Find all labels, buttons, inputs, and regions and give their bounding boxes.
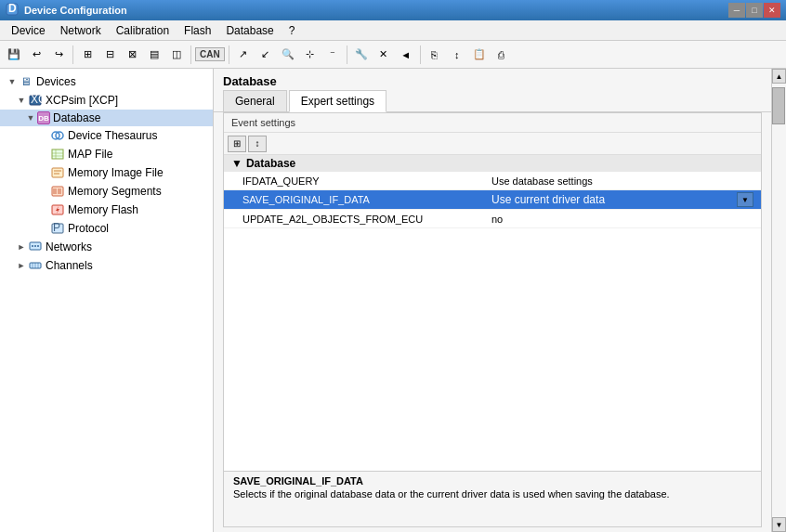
row3-value: no	[484, 212, 761, 227]
left-panel: ▼ 🖥 Devices ▼ XCP XCPsim [XCP] ▼ DB Data…	[0, 69, 214, 532]
tree-item-memory-segments[interactable]: Memory Segments	[0, 182, 213, 201]
svg-text:P: P	[53, 222, 60, 234]
menu-bar: Device Network Calibration Flash Databas…	[0, 20, 786, 41]
tab-general[interactable]: General	[223, 90, 287, 111]
toolbar-export-btn[interactable]: ⎙	[491, 45, 512, 65]
toolbar-btn1[interactable]: ⊞	[77, 45, 98, 65]
tree-item-networks[interactable]: ► Networks	[0, 238, 213, 256]
can-badge: CAN	[195, 47, 225, 61]
menu-calibration[interactable]: Calibration	[109, 22, 177, 39]
minimize-button[interactable]: ─	[728, 3, 745, 18]
menu-help[interactable]: ?	[282, 22, 303, 39]
menu-database[interactable]: Database	[218, 22, 281, 39]
menu-flash[interactable]: Flash	[177, 22, 218, 39]
toolbar-sort-btn[interactable]: ↕	[447, 45, 467, 65]
toolbar-search-btn[interactable]: 🔍	[278, 45, 298, 65]
tree-arrow-xcpsim: ▼	[17, 96, 26, 105]
toolbar-arrow2-btn[interactable]: ↙	[255, 45, 276, 65]
bottom-info: SAVE_ORIGINAL_IF_DATA Selects if the ori…	[224, 471, 761, 526]
toolbar-save-btn[interactable]: 💾	[4, 45, 24, 65]
table-row[interactable]: UPDATE_A2L_OBJECTS_FROM_ECU no	[224, 210, 761, 228]
tree-item-map-file[interactable]: MAP File	[0, 145, 213, 163]
toolbar-left-btn[interactable]: ◄	[396, 45, 416, 65]
toolbar: 💾 ↩ ↪ ⊞ ⊟ ⊠ ▤ ◫ CAN ↗ ↙ 🔍 ⊹ ⁻ 🔧 ✕ ◄ ⎘ ↕ …	[0, 41, 786, 69]
toolbar-copy-btn[interactable]: ⎘	[425, 45, 445, 65]
right-scrollbar: ▲ ▼	[771, 69, 786, 532]
toolbar-redo-btn[interactable]: ↪	[48, 45, 69, 65]
data-table: ▼ Database IFDATA_QUERY Use database set…	[224, 155, 761, 471]
tab-toolbar-sort-btn[interactable]: ↕	[248, 136, 267, 152]
svg-rect-14	[53, 188, 57, 194]
xcpsim-icon: XCP	[28, 93, 43, 108]
row2-value: Use current driver data ▼	[484, 190, 761, 209]
toolbar-btn3[interactable]: ⊠	[122, 45, 142, 65]
tree-arrow-database: ▼	[26, 113, 35, 123]
toolbar-btn2[interactable]: ⊟	[99, 45, 120, 65]
svg-text:XCP: XCP	[31, 94, 42, 106]
thesaurus-icon	[50, 128, 65, 143]
title-bar-buttons[interactable]: ─ □ ✕	[728, 3, 780, 18]
separator-1	[72, 45, 73, 64]
tab-toolbar-expand-btn[interactable]: ⊞	[228, 136, 246, 152]
app-icon: D	[6, 3, 20, 18]
tab-toolbar: ⊞ ↕	[224, 133, 761, 155]
tree-item-memory-image[interactable]: Memory Image File	[0, 163, 213, 182]
tree-arrow-networks: ►	[17, 242, 26, 252]
protocol-icon: P	[50, 221, 65, 236]
bottom-info-title: SAVE_ORIGINAL_IF_DATA	[233, 475, 752, 487]
toolbar-wrench-btn[interactable]: 🔧	[351, 45, 372, 65]
title-bar-text: Device Configuration	[24, 5, 728, 16]
maximize-button[interactable]: □	[746, 3, 763, 18]
tree-item-protocol[interactable]: P Protocol	[0, 219, 213, 238]
menu-network[interactable]: Network	[53, 22, 109, 39]
separator-5	[420, 45, 421, 64]
table-row[interactable]: IFDATA_QUERY Use database settings	[224, 172, 761, 190]
tree-item-channels[interactable]: ► Channels	[0, 256, 213, 275]
svg-point-21	[32, 245, 33, 247]
toolbar-line-btn[interactable]: ⁻	[322, 45, 343, 65]
svg-text:D: D	[8, 3, 17, 15]
bottom-info-text: Selects if the original database data or…	[233, 488, 752, 500]
svg-rect-6	[52, 149, 63, 159]
tab-expert-settings[interactable]: Expert settings	[289, 90, 386, 112]
table-row-selected[interactable]: SAVE_ORIGINAL_IF_DATA Use current driver…	[224, 190, 761, 210]
separator-3	[229, 45, 229, 64]
networks-label: Networks	[46, 240, 92, 253]
svg-point-23	[37, 245, 39, 247]
section-label: Database	[246, 157, 295, 170]
row2-dropdown-btn[interactable]: ▼	[737, 192, 753, 207]
tabs: General Expert settings	[214, 90, 771, 112]
tree-item-devices[interactable]: ▼ 🖥 Devices	[0, 72, 213, 91]
toolbar-btn5[interactable]: ◫	[166, 45, 187, 65]
row2-value-text: Use current driver data	[491, 193, 605, 206]
close-button[interactable]: ✕	[764, 3, 780, 18]
memory-image-label: Memory Image File	[68, 166, 164, 179]
memory-flash-icon	[50, 202, 65, 217]
scrollbar-track[interactable]	[772, 84, 786, 517]
tree-item-memory-flash[interactable]: Memory Flash	[0, 201, 213, 219]
tab-content: Event settings ⊞ ↕ ▼ Database IFDATA_QUE…	[223, 112, 762, 527]
scrollbar-up-btn[interactable]: ▲	[772, 69, 786, 84]
toolbar-network-btn[interactable]: ⊹	[300, 45, 321, 65]
menu-device[interactable]: Device	[4, 22, 53, 39]
database-icon: DB	[37, 111, 50, 124]
tree-item-device-thesaurus[interactable]: Device Thesaurus	[0, 126, 213, 145]
xcpsim-label: XCPsim [XCP]	[46, 94, 118, 107]
right-header: Database	[214, 69, 771, 90]
toolbar-undo-btn[interactable]: ↩	[26, 45, 46, 65]
event-settings-label: Event settings	[224, 113, 761, 133]
protocol-label: Protocol	[68, 222, 109, 235]
toolbar-btn4[interactable]: ▤	[144, 45, 164, 65]
toolbar-arrow-btn[interactable]: ↗	[233, 45, 254, 65]
scrollbar-down-btn[interactable]: ▼	[772, 517, 786, 532]
tree-item-xcpsim[interactable]: ▼ XCP XCPsim [XCP]	[0, 91, 213, 110]
svg-rect-15	[58, 188, 61, 194]
toolbar-paste-btn[interactable]: 📋	[469, 45, 490, 65]
row1-value: Use database settings	[484, 174, 761, 188]
memory-segments-icon	[50, 184, 65, 199]
tree-arrow-channels: ►	[17, 261, 26, 270]
tree-item-database[interactable]: ▼ DB Database	[0, 110, 213, 126]
channels-label: Channels	[46, 259, 93, 272]
devices-label: Devices	[36, 75, 76, 88]
toolbar-x-btn[interactable]: ✕	[373, 45, 394, 65]
